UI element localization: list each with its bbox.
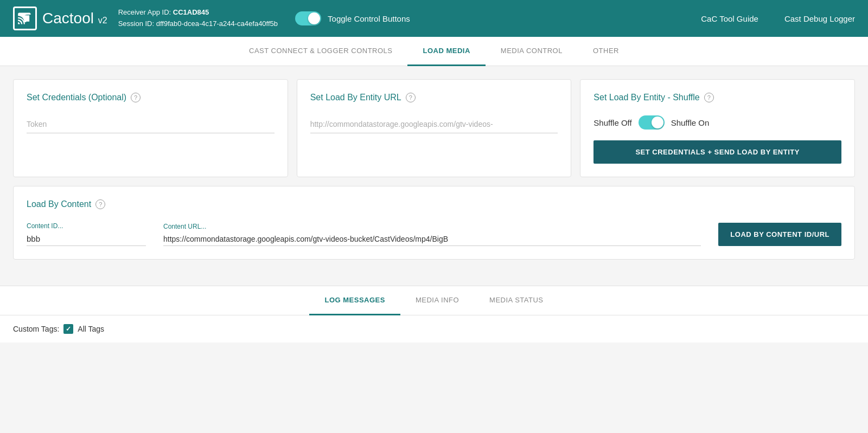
load-by-content-help-icon[interactable]: ? <box>95 199 105 209</box>
tab-log-messages[interactable]: LOG MESSAGES <box>309 286 400 315</box>
tab-cast-connect[interactable]: CAST CONNECT & LOGGER CONTROLS <box>234 37 407 66</box>
main-tabs-bar: CAST CONNECT & LOGGER CONTROLS LOAD MEDI… <box>0 37 868 66</box>
toggle-control-area: Toggle Control Buttons <box>295 11 410 25</box>
set-credentials-card: Set Credentials (Optional) ? <box>13 79 288 177</box>
set-load-by-entity-url-card: Set Load By Entity URL ? <box>297 79 572 177</box>
content-id-input[interactable] <box>27 232 146 246</box>
load-by-content-button[interactable]: LOAD BY CONTENT ID/URL <box>718 223 841 246</box>
set-credentials-title: Set Credentials (Optional) ? <box>27 93 275 102</box>
shuffle-on-label: Shuffle On <box>671 118 710 127</box>
tab-media-info[interactable]: MEDIA INFO <box>400 286 474 315</box>
session-info: Receiver App ID: CC1AD845 Session ID: df… <box>118 7 278 30</box>
cac-tool-guide-link[interactable]: CaC Tool Guide <box>701 14 758 23</box>
bottom-tabs-bar: LOG MESSAGES MEDIA INFO MEDIA STATUS <box>0 286 868 315</box>
session-id-label: Session ID: <box>118 20 154 28</box>
load-by-content-card: Load By Content ? Content ID... Content … <box>13 186 855 260</box>
tab-other[interactable]: OTHER <box>578 37 634 66</box>
set-credentials-title-text: Set Credentials (Optional) <box>27 93 126 102</box>
content-url-label: Content URL... <box>163 223 701 230</box>
load-by-content-title-text: Load By Content <box>27 199 91 209</box>
content-url-input[interactable] <box>163 232 701 246</box>
receiver-app-id: CC1AD845 <box>173 8 209 16</box>
tab-load-media[interactable]: LOAD MEDIA <box>407 37 485 66</box>
all-tags-checkbox[interactable] <box>63 324 73 334</box>
set-load-by-entity-url-help-icon[interactable]: ? <box>406 93 416 102</box>
toggle-control-buttons-switch[interactable] <box>295 11 321 25</box>
all-tags-label: All Tags <box>78 325 104 333</box>
set-load-by-entity-shuffle-card: Set Load By Entity - Shuffle ? Shuffle O… <box>580 79 855 177</box>
custom-tags-area: Custom Tags: All Tags <box>0 315 868 342</box>
toggle-control-label: Toggle Control Buttons <box>328 14 410 23</box>
shuffle-toggle[interactable] <box>639 115 665 130</box>
tab-media-status[interactable]: MEDIA STATUS <box>474 286 558 315</box>
set-load-by-entity-url-title-text: Set Load By Entity URL <box>310 93 401 102</box>
header-nav: CaC Tool Guide Cast Debug Logger <box>701 14 855 23</box>
set-credentials-send-load-button[interactable]: SET CREDENTIALS + SEND LOAD BY ENTITY <box>593 140 841 164</box>
main-content: Set Credentials (Optional) ? Set Load By… <box>0 66 868 281</box>
load-by-content-title: Load By Content ? <box>27 199 841 209</box>
set-load-by-entity-shuffle-help-icon[interactable]: ? <box>704 93 714 102</box>
shuffle-off-label: Shuffle Off <box>593 118 631 127</box>
bottom-section: LOG MESSAGES MEDIA INFO MEDIA STATUS Cus… <box>0 286 868 342</box>
content-id-group: Content ID... <box>27 222 146 246</box>
shuffle-toggle-row: Shuffle Off Shuffle On <box>593 115 841 130</box>
set-load-by-entity-shuffle-title: Set Load By Entity - Shuffle ? <box>593 93 841 102</box>
app-version: v2 <box>98 16 107 25</box>
top-cards-row: Set Credentials (Optional) ? Set Load By… <box>13 79 855 177</box>
entity-url-input[interactable] <box>310 115 558 133</box>
receiver-app-id-label: Receiver App ID: <box>118 8 171 16</box>
session-id: dff9fab0-dcea-4c17-a244-ca4efa40ff5b <box>156 20 278 28</box>
app-name: Cactool v2 <box>42 10 107 27</box>
set-credentials-help-icon[interactable]: ? <box>131 93 141 102</box>
logo-area: Cactool v2 <box>13 7 107 30</box>
custom-tags-label: Custom Tags: <box>13 325 59 333</box>
app-header: Cactool v2 Receiver App ID: CC1AD845 Ses… <box>0 0 868 37</box>
content-inputs-row: Content ID... Content URL... LOAD BY CON… <box>27 222 841 246</box>
token-input[interactable] <box>27 115 275 133</box>
content-id-label: Content ID... <box>27 222 146 230</box>
set-load-by-entity-shuffle-title-text: Set Load By Entity - Shuffle <box>593 93 699 102</box>
cast-debug-logger-link[interactable]: Cast Debug Logger <box>784 14 855 23</box>
content-url-group: Content URL... <box>163 223 701 246</box>
set-load-by-entity-url-title: Set Load By Entity URL ? <box>310 93 558 102</box>
tab-media-control[interactable]: MEDIA CONTROL <box>486 37 578 66</box>
cast-icon <box>13 7 37 30</box>
